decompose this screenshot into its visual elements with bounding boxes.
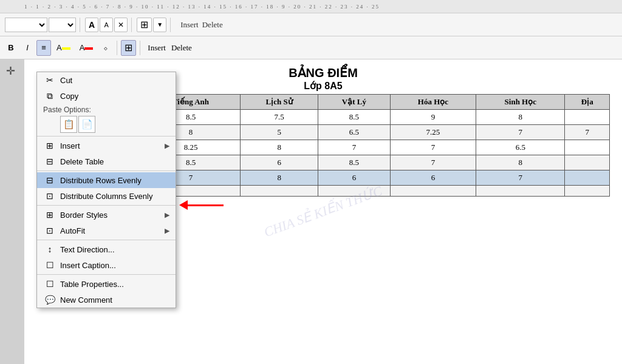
context-menu-delete-table[interactable]: ⊟ Delete Table bbox=[37, 153, 176, 169]
context-menu-distribute-cols[interactable]: ⊡ Distribute Columns Evenly bbox=[37, 188, 176, 204]
insert-caption-icon: ☐ bbox=[43, 260, 56, 270]
context-menu-copy[interactable]: ⧉ Copy bbox=[37, 88, 176, 104]
table-arrow-button[interactable]: ▼ bbox=[153, 18, 166, 32]
context-menu-autofit[interactable]: ⊡ AutoFit ▶ bbox=[37, 223, 176, 238]
paste-options-row: 📋 📄 bbox=[37, 114, 176, 135]
autofit-arrow-icon: ▶ bbox=[165, 227, 169, 235]
red-arrow-indicator bbox=[179, 200, 224, 210]
copy-icon: ⧉ bbox=[43, 91, 56, 101]
font-color-bar bbox=[84, 47, 93, 50]
delete-label[interactable]: Delete bbox=[171, 43, 192, 53]
distribute-rows-icon: ⊟ bbox=[43, 175, 56, 185]
paste-options-label: Paste Options: bbox=[37, 104, 176, 114]
col-header-sinh-hoc: Sinh Học bbox=[476, 95, 565, 110]
delete-table-icon: ⊟ bbox=[43, 157, 56, 166]
border-arrow-icon: ▶ bbox=[165, 211, 169, 219]
font-name-select[interactable] bbox=[5, 18, 47, 32]
col-header-hoa-hoc: Hóa Học bbox=[390, 95, 476, 110]
context-menu-insert[interactable]: ⊞ Insert ▶ bbox=[37, 138, 176, 153]
border-styles-label: Border Styles bbox=[60, 211, 108, 220]
text-direction-label: Text Direction... bbox=[60, 245, 115, 254]
context-menu: ✂ Cut ⧉ Copy Paste Options: 📋 📄 ⊞ Insert… bbox=[36, 72, 176, 308]
separator-1 bbox=[37, 136, 176, 136]
main-toolbar: A A ✕ ⊞ ▼ Insert Delete bbox=[0, 13, 622, 36]
delete-button[interactable]: Delete bbox=[202, 20, 223, 30]
insert-delete-group: Insert Delete bbox=[180, 20, 223, 30]
cut-label: Cut bbox=[60, 76, 72, 85]
insert-cm-label: Insert bbox=[60, 141, 80, 150]
insert-arrow-icon: ▶ bbox=[165, 142, 169, 150]
insert-cm-icon: ⊞ bbox=[43, 141, 56, 150]
context-menu-distribute-rows[interactable]: ⊟ Distribute Rows Evenly bbox=[37, 172, 176, 188]
arrow-line bbox=[187, 204, 224, 206]
table-properties-icon: ☐ bbox=[43, 279, 56, 289]
text-highlight-button[interactable]: A bbox=[53, 40, 74, 56]
move-cursor-icon: ✛ bbox=[6, 64, 15, 78]
ruler: 1 · 1 · 2 · 3 · 4 · 5 · 6 · 7 · 8 · 9 · … bbox=[0, 0, 622, 13]
separator-4 bbox=[37, 240, 176, 240]
borders-button[interactable]: ⊞ bbox=[121, 40, 136, 56]
col-header-lich-su: Lịch Sử bbox=[241, 95, 318, 110]
italic-button[interactable]: I bbox=[20, 40, 35, 56]
separator-5 bbox=[37, 274, 176, 275]
font-group bbox=[5, 18, 80, 32]
context-menu-insert-caption[interactable]: ☐ Insert Caption... bbox=[37, 257, 176, 273]
highlight-color-bar bbox=[62, 47, 70, 50]
font-color-button[interactable]: A bbox=[76, 40, 97, 56]
insert-caption-label: Insert Caption... bbox=[60, 261, 116, 270]
new-comment-label: New Comment bbox=[60, 295, 112, 305]
separator-2 bbox=[37, 170, 176, 171]
context-menu-border-styles[interactable]: ⊞ Border Styles ▶ bbox=[37, 207, 176, 223]
context-menu-text-direction[interactable]: ↕ Text Direction... bbox=[37, 241, 176, 257]
distribute-cols-label: Distribute Columns Evenly bbox=[60, 192, 152, 201]
font-size-select[interactable] bbox=[49, 18, 76, 32]
align-button[interactable]: ≡ bbox=[36, 40, 51, 56]
distribute-rows-label: Distribute Rows Evenly bbox=[60, 176, 142, 185]
col-header-dia: Địa bbox=[565, 95, 610, 110]
context-menu-new-comment[interactable]: 💬 New Comment bbox=[37, 292, 176, 308]
new-comment-icon: 💬 bbox=[43, 295, 56, 305]
table-properties-label: Table Properties... bbox=[60, 280, 124, 289]
insert-button[interactable]: Insert bbox=[180, 20, 199, 30]
table-group: ⊞ ▼ bbox=[137, 18, 171, 32]
delete-table-label: Delete Table bbox=[60, 157, 104, 166]
arrow-head-icon bbox=[179, 200, 188, 210]
cut-icon: ✂ bbox=[43, 75, 56, 85]
size-group: A A ✕ bbox=[85, 18, 132, 32]
toolbar-separator bbox=[117, 41, 117, 55]
toolbar-separator2 bbox=[140, 41, 140, 55]
col-header-vat-ly: Vật Lý bbox=[318, 95, 391, 110]
context-menu-cut[interactable]: ✂ Cut bbox=[37, 72, 176, 88]
highlight-shape-button[interactable]: ⬦ bbox=[98, 40, 113, 56]
format-toolbar: B I ≡ A A ⬦ ⊞ Insert Delete bbox=[0, 36, 622, 59]
copy-label: Copy bbox=[60, 92, 78, 101]
paste-icon-1[interactable]: 📋 bbox=[60, 116, 77, 133]
paste-icon-2[interactable]: 📄 bbox=[78, 116, 95, 133]
context-menu-table-properties[interactable]: ☐ Table Properties... bbox=[37, 276, 176, 292]
border-styles-icon: ⊞ bbox=[43, 210, 56, 220]
grow-font-button[interactable]: A bbox=[85, 18, 98, 32]
separator-3 bbox=[37, 205, 176, 206]
bold-button[interactable]: B bbox=[4, 40, 18, 56]
table-insert-button[interactable]: ⊞ bbox=[137, 18, 152, 32]
clear-format-button[interactable]: ✕ bbox=[114, 18, 128, 32]
distribute-cols-icon: ⊡ bbox=[43, 191, 56, 201]
autofit-icon: ⊡ bbox=[43, 226, 56, 235]
autofit-label: AutoFit bbox=[60, 226, 85, 235]
left-margin: ✛ bbox=[0, 59, 24, 364]
ruler-marks: 1 · 1 · 2 · 3 · 4 · 5 · 6 · 7 · 8 · 9 · … bbox=[24, 4, 380, 10]
shrink-font-button[interactable]: A bbox=[100, 18, 113, 32]
insert-label[interactable]: Insert bbox=[148, 43, 166, 53]
text-direction-icon: ↕ bbox=[43, 244, 56, 254]
